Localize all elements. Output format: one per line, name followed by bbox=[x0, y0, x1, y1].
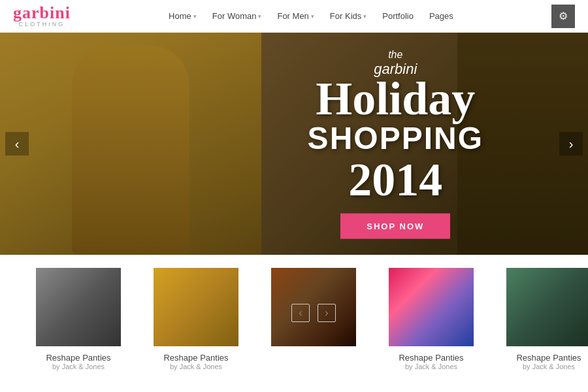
main-nav: Home ▾ For Woman ▾ For Men ▾ For Kids ▾ … bbox=[162, 8, 460, 24]
hero-next-button[interactable]: › bbox=[559, 132, 583, 155]
nav-pages-label: Pages bbox=[429, 11, 453, 21]
nav-for-kids-arrow: ▾ bbox=[363, 13, 367, 20]
nav-for-woman-label: For Woman bbox=[212, 11, 257, 21]
hero-line2: SHOPPING bbox=[308, 120, 483, 155]
products-list: Reshape Panties by Jack & Jones Reshape … bbox=[20, 268, 568, 370]
hero-line3: 2014 bbox=[308, 155, 483, 203]
product-name-1: Reshape Panties bbox=[46, 353, 110, 363]
nav-home[interactable]: Home ▾ bbox=[162, 8, 203, 24]
product-item-4[interactable]: Reshape Panties by Jack & Jones bbox=[372, 268, 490, 370]
product-name-4: Reshape Panties bbox=[399, 353, 463, 363]
product-image-5 bbox=[506, 268, 588, 346]
hero-cta-label: SHOP NOW bbox=[367, 221, 424, 231]
logo-sub: CLOTHING bbox=[19, 22, 65, 27]
carousel-prev-button[interactable]: ‹ bbox=[291, 304, 310, 322]
product-item-1[interactable]: Reshape Panties by Jack & Jones bbox=[20, 268, 137, 370]
nav-for-men-arrow: ▾ bbox=[311, 13, 314, 20]
product-by-1: by Jack & Jones bbox=[52, 363, 105, 370]
products-section: Reshape Panties by Jack & Jones Reshape … bbox=[0, 255, 588, 392]
hero-section: ‹ the garbini Holiday SHOPPING 2014 SHOP… bbox=[0, 33, 588, 255]
product-name-2: Reshape Panties bbox=[163, 353, 228, 363]
carousel-prev-icon: ‹ bbox=[299, 307, 302, 319]
nav-for-woman[interactable]: For Woman ▾ bbox=[206, 8, 269, 24]
hero-shop-now-button[interactable]: SHOP NOW bbox=[340, 213, 450, 238]
carousel-controls: ‹ › bbox=[291, 304, 336, 322]
hero-next-icon: › bbox=[569, 137, 574, 152]
hero-line1: Holiday bbox=[308, 78, 483, 120]
product-by-2: by Jack & Jones bbox=[170, 363, 222, 370]
product-by-5: by Jack & Jones bbox=[523, 363, 575, 370]
header: garbini CLOTHING Home ▾ For Woman ▾ For … bbox=[0, 0, 588, 33]
gear-icon: ⚙ bbox=[559, 10, 568, 22]
product-item-3[interactable]: ‹ › bbox=[255, 268, 372, 346]
product-image-1 bbox=[36, 268, 121, 346]
nav-for-woman-arrow: ▾ bbox=[258, 13, 261, 20]
nav-for-kids-label: For Kids bbox=[330, 11, 361, 21]
settings-button[interactable]: ⚙ bbox=[551, 5, 575, 28]
hero-the: the bbox=[308, 49, 483, 61]
nav-home-arrow: ▾ bbox=[193, 13, 197, 20]
logo-text: garbini bbox=[13, 5, 71, 22]
nav-for-men-label: For Men bbox=[277, 11, 308, 21]
nav-pages[interactable]: Pages bbox=[423, 8, 460, 24]
hero-shopping-text: SHOPPING bbox=[308, 120, 483, 155]
hero-prev-icon: ‹ bbox=[15, 137, 20, 152]
hero-the-label: the bbox=[388, 49, 402, 60]
carousel-next-button[interactable]: › bbox=[318, 304, 336, 322]
hero-holiday-text: Holiday bbox=[316, 73, 475, 125]
logo: garbini CLOTHING bbox=[13, 5, 71, 27]
product-image-4 bbox=[389, 268, 474, 346]
hero-year-text: 2014 bbox=[348, 153, 442, 205]
product-item-2[interactable]: Reshape Panties by Jack & Jones bbox=[137, 268, 255, 370]
hero-overlay bbox=[0, 33, 588, 255]
nav-for-kids[interactable]: For Kids ▾ bbox=[323, 8, 373, 24]
product-image-2 bbox=[154, 268, 238, 346]
carousel-next-icon: › bbox=[325, 307, 328, 319]
nav-for-men[interactable]: For Men ▾ bbox=[270, 8, 320, 24]
nav-portfolio[interactable]: Portfolio bbox=[376, 8, 420, 24]
nav-portfolio-label: Portfolio bbox=[382, 11, 414, 21]
hero-content: the garbini Holiday SHOPPING 2014 SHOP N… bbox=[308, 49, 483, 239]
product-item-5[interactable]: Reshape Panties by Jack & Jones bbox=[490, 268, 588, 370]
product-name-5: Reshape Panties bbox=[516, 353, 581, 363]
hero-prev-button[interactable]: ‹ bbox=[5, 132, 29, 155]
product-by-4: by Jack & Jones bbox=[405, 363, 457, 370]
nav-home-label: Home bbox=[169, 11, 191, 21]
